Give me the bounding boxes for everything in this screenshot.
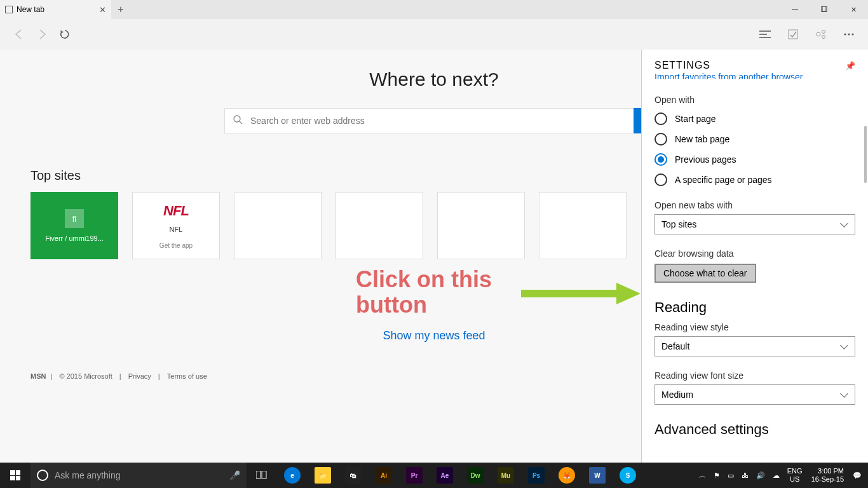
reading-heading: Reading [654,299,855,316]
tile-label: NFL [133,226,219,233]
radio-new-tab-page[interactable]: New tab page [654,133,855,146]
taskbar-ps[interactable]: Ps [521,463,552,488]
settings-panel: SETTINGS 📌 Import favorites from another… [641,50,868,463]
tray-volume-icon[interactable]: 🔊 [752,471,769,480]
maximize-button[interactable] [810,0,839,19]
site-icon: fi [65,209,84,228]
task-view-button[interactable] [247,463,277,488]
nfl-logo-icon: NFL [163,203,189,219]
tile-empty[interactable] [336,192,423,259]
svg-rect-18 [262,471,266,478]
svg-point-9 [822,36,825,39]
tray-notifications-icon[interactable]: 💬 [849,471,865,480]
search-input[interactable] [250,116,643,126]
hub-button[interactable] [754,23,776,46]
more-button[interactable] [837,23,860,46]
tray-onedrive-icon[interactable]: ☁ [769,471,783,480]
svg-rect-2 [822,6,827,11]
footer-copyright: © 2015 Microsoft [59,372,112,380]
tile-label: Fiverr / ummi199... [31,234,118,242]
svg-point-12 [852,34,854,36]
open-new-tabs-select[interactable]: Top sites [654,214,855,234]
tray-battery-icon[interactable]: ▭ [724,471,738,480]
tray-chevron-icon[interactable]: ︿ [695,471,710,480]
svg-line-14 [240,121,242,124]
clear-data-label: Clear browsing data [654,248,855,259]
mic-icon[interactable]: 🎤 [229,470,240,480]
taskbar-ae[interactable]: Ae [430,463,460,488]
tab-page-icon [5,6,13,13]
tile-empty[interactable] [234,192,322,259]
minimize-button[interactable] [780,0,810,19]
new-tab-button[interactable]: + [111,4,130,15]
tray-network-icon[interactable]: 🖧 [738,471,752,479]
footer-terms-link[interactable]: Terms of use [167,372,207,380]
cortana-search[interactable]: Ask me anything 🎤 [31,463,247,488]
footer: MSN | © 2015 Microsoft | Privacy | Terms… [31,372,210,380]
open-new-tabs-label: Open new tabs with [654,200,855,210]
search-bar[interactable] [224,108,644,133]
svg-rect-6 [789,30,797,39]
taskbar-firefox[interactable]: 🦊 [552,463,582,488]
footer-privacy-link[interactable]: Privacy [128,372,151,380]
taskbar-skype[interactable]: S [613,463,643,488]
close-window-button[interactable]: ✕ [839,0,868,19]
svg-point-7 [817,32,820,36]
cortana-icon [37,470,48,481]
share-button[interactable] [810,23,832,46]
taskbar-pr[interactable]: Pr [399,463,430,488]
window-controls: ✕ [780,0,868,19]
tray-language[interactable]: ENGUS [783,467,806,484]
taskbar: Ask me anything 🎤 e 📁 🛍 Ai Pr Ae Dw Mu P… [0,463,868,488]
browser-tab[interactable]: New tab ✕ [0,0,111,19]
taskbar-ai[interactable]: Ai [369,463,399,488]
settings-title: SETTINGS [654,60,710,71]
reading-font-select[interactable]: Medium [654,384,855,405]
refresh-button[interactable] [53,23,76,46]
reading-style-label: Reading view style [654,322,855,332]
tile-nfl[interactable]: NFL NFL Get the app [132,192,220,259]
taskbar-mu[interactable]: Mu [491,463,521,488]
open-with-label: Open with [654,95,855,105]
taskbar-edge[interactable]: e [277,463,308,488]
taskbar-store[interactable]: 🛍 [338,463,369,488]
svg-point-13 [234,116,240,122]
tray-clock[interactable]: 3:00 PM16-Sep-15 [806,467,849,484]
toolbar [0,19,868,50]
back-button[interactable] [8,23,31,46]
reading-style-select[interactable]: Default [654,336,855,356]
tile-fiverr[interactable]: fi Fiverr / ummi199... [31,192,118,259]
open-with-radiogroup: Start page New tab page Previous pages A… [654,112,855,186]
radio-start-page[interactable]: Start page [654,112,855,125]
cortana-placeholder: Ask me anything [55,470,121,480]
tile-sublabel: Get the app [159,242,193,249]
svg-rect-1 [821,6,826,11]
search-icon [225,115,250,127]
tray-flag-icon[interactable]: ⚑ [710,471,724,480]
webnote-button[interactable] [782,23,804,46]
svg-point-10 [844,34,846,36]
radio-previous-pages[interactable]: Previous pages [654,153,855,166]
taskbar-word[interactable]: W [582,463,613,488]
settings-scrollbar[interactable] [864,126,867,183]
radio-specific-page[interactable]: A specific page or pages [654,173,855,186]
advanced-settings-heading: Advanced settings [654,421,855,438]
import-favorites-link[interactable]: Import favorites from another browser [654,72,855,79]
tile-empty[interactable] [539,192,627,259]
svg-point-11 [848,34,850,36]
forward-button[interactable] [31,23,53,46]
footer-msn[interactable]: MSN [31,372,46,380]
windows-logo-icon [10,470,20,480]
svg-rect-17 [256,471,261,478]
titlebar: New tab ✕ + ✕ [0,0,868,19]
system-tray: ︿ ⚑ ▭ 🖧 🔊 ☁ ENGUS 3:00 PM16-Sep-15 💬 [695,467,868,484]
taskbar-dw[interactable]: Dw [460,463,491,488]
taskbar-explorer[interactable]: 📁 [308,463,338,488]
close-tab-icon[interactable]: ✕ [99,5,106,15]
reading-font-label: Reading view font size [654,370,855,381]
start-button[interactable] [0,463,31,488]
pin-icon[interactable]: 📌 [845,61,855,71]
tile-empty[interactable] [437,192,525,259]
svg-point-8 [822,30,825,34]
choose-what-to-clear-button[interactable]: Choose what to clear [654,264,756,283]
